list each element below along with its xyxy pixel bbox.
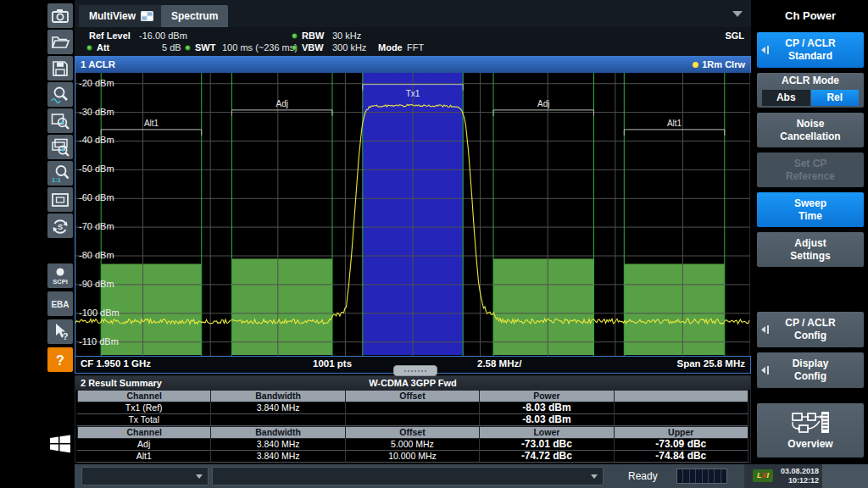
aclr-window-titlebar[interactable]: 1 ACLR 1Rm Clrw [75, 57, 750, 73]
toolbar-button-open-folder[interactable] [47, 30, 73, 54]
instrument-screen: 1:1SSCPIEBA?? MultiView Spectrum Ref Lev… [0, 0, 868, 488]
zoom-signal-icon [50, 85, 70, 105]
table-cell [615, 402, 748, 414]
status-dropdown-large[interactable] [212, 467, 604, 485]
submenu-arrow-icon [761, 366, 769, 374]
table-cell: 10.000 MHz [346, 451, 480, 463]
toolbar-button-repeat-single[interactable]: S [47, 214, 73, 238]
status-corner-button[interactable] [822, 464, 868, 488]
toolbar-button-zoom-1to1[interactable]: 1:1 [47, 161, 73, 186]
softkey-sweep-time[interactable]: SweepTime [757, 192, 864, 227]
tx-power-table: ChannelBandwidthOffsetPowerTx1 (Ref)3.84… [77, 390, 748, 426]
softkey-noise-cancellation[interactable]: NoiseCancellation [757, 113, 864, 147]
result-summary-titlebar[interactable]: W-CDMA 3GPP Fwd 2 Result Summary [75, 376, 750, 390]
center-frequency[interactable]: CF 1.950 1 GHz [81, 358, 151, 369]
svg-text:?: ? [56, 353, 64, 368]
svg-text:S: S [58, 223, 63, 231]
y-axis-tick-label: -60 dBm [79, 192, 114, 202]
channel-label: Alt1 [667, 119, 682, 128]
softkey-aclr-mode[interactable]: ACLR ModeAbsRel [757, 73, 864, 108]
tab-spectrum-label: Spectrum [171, 10, 218, 22]
window-splitter-handle[interactable] [393, 365, 437, 376]
att-label: Att [97, 42, 109, 53]
channel-label: Adj [537, 99, 549, 108]
tab-list-dropdown-icon[interactable] [732, 11, 743, 17]
zoom-1to1-icon: 1:1 [50, 164, 70, 184]
help-icon: ? [50, 350, 70, 370]
softkey-cp-aclr-standard[interactable]: CP / ACLRStandard [757, 32, 864, 68]
swt-led-icon [185, 45, 191, 51]
settings-bar: Ref Level -16.00 dBm RBW 30 kHz SGL Att … [75, 27, 751, 56]
table-cell: Adj [77, 439, 211, 451]
single-sweep-indicator: SGL [725, 30, 744, 41]
mode-value[interactable]: FFT [407, 42, 424, 53]
toolbar-button-eba[interactable]: EBA [47, 291, 73, 316]
toolbar-button-multi-zoom[interactable] [47, 135, 73, 159]
rbw-label: RBW [302, 30, 324, 41]
toolbar-button-camera[interactable] [47, 3, 73, 28]
softkey-label: Standard [788, 50, 832, 63]
toolbar-button-display-frame[interactable] [47, 187, 73, 212]
span-value[interactable]: Span 25.8 MHz [676, 358, 745, 369]
eba-icon: EBA [50, 294, 70, 314]
softkey-label: Config [794, 370, 826, 383]
table-header-cell: Channel [77, 426, 211, 439]
softkey-adjust-settings[interactable]: AdjustSettings [757, 232, 864, 267]
table-cell: 3.840 MHz [211, 402, 345, 414]
windows-logo-icon [47, 431, 73, 457]
ref-level-label: Ref Level [89, 30, 131, 41]
softkey-overview[interactable]: Overview [757, 403, 864, 458]
softkey-label: CP / ACLR [785, 37, 835, 50]
softkey-cp-aclr-config[interactable]: CP / ACLRConfig [757, 312, 864, 347]
softkey-display-config[interactable]: DisplayConfig [757, 352, 864, 388]
y-axis-tick-label: -90 dBm [79, 279, 114, 289]
tab-multiview[interactable]: MultiView [79, 5, 164, 27]
camera-icon [50, 6, 70, 26]
table-header-cell: Lower [480, 426, 614, 439]
softkey-label: Display [793, 358, 829, 370]
table-cell: -74.72 dBc [480, 451, 614, 463]
trace-legend: 1Rm Clrw [693, 57, 745, 73]
status-ready: Ready [628, 470, 658, 482]
toolbar-button-save[interactable] [47, 56, 73, 80]
sweep-progress-bar [676, 469, 727, 484]
tab-spectrum[interactable]: Spectrum [161, 5, 228, 27]
table-header-cell: Bandwidth [211, 390, 345, 402]
table-cell [615, 414, 748, 426]
multi-zoom-icon [50, 137, 70, 158]
toolbar-button-zoom-signal[interactable] [47, 82, 73, 107]
y-axis-tick-label: -20 dBm [79, 78, 114, 88]
scpi-record-icon: SCPI [50, 266, 70, 286]
table-cell [211, 414, 345, 426]
channel-power-bar [624, 264, 725, 356]
multiview-grid-icon [141, 11, 153, 21]
swt-label: SWT [195, 42, 215, 53]
att-value[interactable]: 5 dB [162, 42, 181, 53]
repeat-single-icon: S [50, 216, 70, 236]
rbw-value[interactable]: 30 kHz [332, 30, 361, 41]
windows-start-button[interactable] [47, 431, 73, 460]
table-cell: 3.840 MHz [211, 451, 345, 463]
standard-label: W-CDMA 3GPP Fwd [75, 376, 750, 390]
svg-text:SCPI: SCPI [53, 278, 68, 286]
softkey-label: Set CP [794, 158, 827, 170]
table-cell: -8.03 dBm [480, 402, 614, 414]
table-cell [346, 414, 480, 426]
y-axis-tick-label: -40 dBm [79, 135, 114, 145]
toolbar-button-scpi-record[interactable]: SCPI [47, 263, 73, 288]
table-header-cell: Offset [346, 390, 480, 402]
vbw-value[interactable]: 300 kHz [332, 42, 366, 53]
toggle-option-rel[interactable]: Rel [811, 90, 860, 106]
toolbar-button-help[interactable]: ? [47, 347, 73, 372]
spectrum-display[interactable]: Alt1AdjTx1AdjAlt1 -20 dBm-30 dBm-40 dBm-… [75, 73, 752, 356]
left-toolbar: 1:1SSCPIEBA?? [0, 0, 75, 488]
toolbar-button-zoom-graph[interactable] [47, 108, 73, 133]
softkey-set-cp-reference: Set CPReference [757, 152, 864, 187]
toggle-option-abs[interactable]: Abs [762, 90, 810, 106]
ref-level-value[interactable]: -16.00 dBm [139, 30, 187, 41]
table-header-cell [615, 390, 748, 402]
softkey-label: Cancellation [780, 130, 840, 143]
status-dropdown-small[interactable] [81, 467, 209, 485]
swt-value[interactable]: 100 ms (~236 ms) [222, 42, 298, 53]
toolbar-button-context-help[interactable]: ? [47, 319, 73, 344]
